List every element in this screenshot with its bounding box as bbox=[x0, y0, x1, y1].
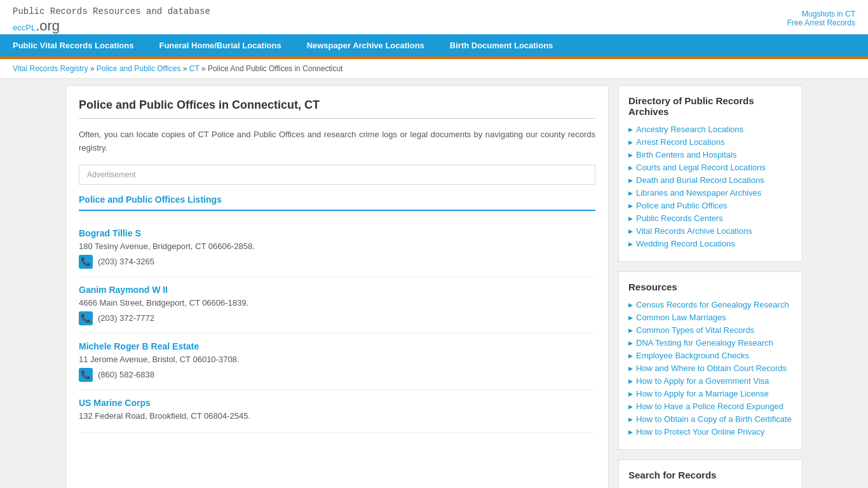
sidebar-res-link-6[interactable]: How to Apply for a Government Visa bbox=[636, 376, 769, 386]
listing-1: Bograd Tillie S 180 Tesiny Avenue, Bridg… bbox=[79, 220, 595, 277]
intro-text: Often, you can locate copies of CT Polic… bbox=[79, 128, 595, 155]
listings-title: Police and Public Offices Listings bbox=[79, 194, 595, 211]
sidebar-res-item-5: How and Where to Obtain Court Records bbox=[628, 363, 792, 373]
sidebar-dir-item-5: Libraries and Newspaper Archives bbox=[628, 188, 792, 198]
nav-funeral[interactable]: Funeral Home/Burial Locations bbox=[146, 34, 294, 57]
sidebar-dir-link-7[interactable]: Public Records Centers bbox=[636, 214, 723, 223]
listing-4-address: 132 Federal Road, Brookfield, CT 06804-2… bbox=[79, 411, 595, 421]
sidebar-resources-title: Resources bbox=[628, 281, 792, 292]
listing-3-name[interactable]: Michele Roger B Real Estate bbox=[79, 341, 595, 351]
logo: eccPL.org bbox=[13, 18, 210, 34]
sidebar-resources-list: Census Records for Genealogy Research Co… bbox=[628, 300, 792, 437]
sidebar: Directory of Public Records Archives Anc… bbox=[618, 85, 803, 488]
main-layout: Police and Public Offices in Connecticut… bbox=[59, 85, 809, 488]
header-right: Mugshots in CT Free Arrest Records bbox=[787, 10, 855, 27]
sidebar-dir-link-2[interactable]: Birth Centers and Hospitals bbox=[636, 150, 736, 159]
sidebar-directory-box: Directory of Public Records Archives Anc… bbox=[618, 85, 803, 262]
sidebar-dir-link-9[interactable]: Wedding Record Locations bbox=[636, 239, 735, 248]
sidebar-dir-item-3: Courts and Legal Record Locations bbox=[628, 163, 792, 172]
listing-2-phone-number: (203) 372-7772 bbox=[98, 313, 154, 323]
sidebar-res-item-7: How to Apply for a Marriage License bbox=[628, 389, 792, 398]
breadcrumb-vital[interactable]: Vital Records Registry bbox=[13, 64, 88, 73]
breadcrumb-police[interactable]: Police and Public Offices bbox=[97, 64, 181, 73]
ad-label: Advertisement bbox=[87, 170, 136, 179]
listing-2: Ganim Raymond W II 4666 Main Street, Bri… bbox=[79, 277, 595, 334]
sidebar-dir-link-6[interactable]: Police and Public Offices bbox=[636, 201, 728, 210]
breadcrumb: Vital Records Registry » Police and Publ… bbox=[0, 59, 868, 79]
sidebar-res-item-8: How to Have a Police Record Expunged bbox=[628, 402, 792, 411]
sidebar-resources-box: Resources Census Records for Genealogy R… bbox=[618, 271, 803, 450]
sidebar-res-item-1: Common Law Marriages bbox=[628, 313, 792, 322]
listing-4-name[interactable]: US Marine Corps bbox=[79, 398, 595, 408]
breadcrumb-current: Police And Public Offices in Connecticut bbox=[208, 64, 343, 73]
listing-2-phone-row: 📞 (203) 372-7772 bbox=[79, 311, 595, 325]
sidebar-res-item-6: How to Apply for a Government Visa bbox=[628, 376, 792, 386]
phone-icon-2: 📞 bbox=[79, 311, 93, 325]
listing-3-phone-row: 📞 (860) 582-6838 bbox=[79, 368, 595, 382]
listing-1-phone-number: (203) 374-3265 bbox=[98, 257, 154, 266]
sidebar-dir-item-2: Birth Centers and Hospitals bbox=[628, 150, 792, 159]
sidebar-dir-item-1: Arrest Record Locations bbox=[628, 137, 792, 147]
sidebar-search-box: Search for Records Information Found on … bbox=[618, 459, 803, 488]
listing-1-name[interactable]: Bograd Tillie S bbox=[79, 228, 595, 238]
content-area: Police and Public Offices in Connecticut… bbox=[65, 85, 609, 488]
listing-3-phone-number: (860) 582-6838 bbox=[98, 370, 154, 379]
sidebar-res-link-5[interactable]: How and Where to Obtain Court Records bbox=[636, 363, 787, 373]
logo-pl: PL bbox=[25, 23, 36, 32]
sidebar-res-link-4[interactable]: Employee Background Checks bbox=[636, 351, 749, 360]
sidebar-res-link-10[interactable]: How to Protect Your Online Privacy bbox=[636, 427, 764, 437]
mugshots-link[interactable]: Mugshots in CT bbox=[787, 10, 855, 18]
header: Public Records Resources and database ec… bbox=[0, 0, 868, 34]
sidebar-dir-link-0[interactable]: Ancestry Research Locations bbox=[636, 125, 743, 134]
phone-icon-1: 📞 bbox=[79, 255, 93, 269]
listing-1-phone-row: 📞 (203) 374-3265 bbox=[79, 255, 595, 269]
page-title: Police and Public Offices in Connecticut… bbox=[79, 98, 595, 119]
main-nav: Public Vital Records Locations Funeral H… bbox=[0, 34, 868, 57]
logo-area: Public Records Resources and database ec… bbox=[13, 6, 210, 34]
listing-4: US Marine Corps 132 Federal Road, Brookf… bbox=[79, 390, 595, 433]
sidebar-dir-item-4: Death and Burial Record Locations bbox=[628, 175, 792, 185]
logo-ecc: ecc bbox=[13, 23, 25, 32]
sidebar-dir-item-6: Police and Public Offices bbox=[628, 201, 792, 210]
sidebar-res-link-1[interactable]: Common Law Marriages bbox=[636, 313, 726, 322]
nav-newspaper[interactable]: Newspaper Archive Locations bbox=[294, 34, 437, 57]
sidebar-dir-item-8: Vital Records Archive Locations bbox=[628, 226, 792, 236]
listing-2-address: 4666 Main Street, Bridgeport, CT 06606-1… bbox=[79, 298, 595, 308]
listing-3-address: 11 Jerome Avenue, Bristol, CT 06010-3708… bbox=[79, 355, 595, 364]
sidebar-res-item-0: Census Records for Genealogy Research bbox=[628, 300, 792, 309]
listing-3: Michele Roger B Real Estate 11 Jerome Av… bbox=[79, 334, 595, 390]
sidebar-dir-link-4[interactable]: Death and Burial Record Locations bbox=[636, 175, 764, 185]
sidebar-res-link-0[interactable]: Census Records for Genealogy Research bbox=[636, 300, 789, 309]
sidebar-res-item-9: How to Obtain a Copy of a Birth Certific… bbox=[628, 414, 792, 424]
advertisement-box: Advertisement bbox=[79, 165, 595, 185]
sidebar-dir-item-0: Ancestry Research Locations bbox=[628, 125, 792, 134]
sidebar-dir-link-1[interactable]: Arrest Record Locations bbox=[636, 137, 724, 147]
arrest-link[interactable]: Free Arrest Records bbox=[787, 18, 855, 27]
sidebar-search-title: Search for Records bbox=[628, 470, 792, 480]
sidebar-dir-link-3[interactable]: Courts and Legal Record Locations bbox=[636, 163, 766, 172]
sidebar-res-link-7[interactable]: How to Apply for a Marriage License bbox=[636, 389, 769, 398]
sidebar-res-link-9[interactable]: How to Obtain a Copy of a Birth Certific… bbox=[636, 414, 792, 424]
sidebar-res-item-4: Employee Background Checks bbox=[628, 351, 792, 360]
phone-icon-3: 📞 bbox=[79, 368, 93, 382]
sidebar-res-item-2: Common Types of Vital Records bbox=[628, 325, 792, 335]
sidebar-res-link-3[interactable]: DNA Testing for Genealogy Research bbox=[636, 338, 773, 348]
sidebar-res-link-8[interactable]: How to Have a Police Record Expunged bbox=[636, 402, 783, 411]
logo-org: .org bbox=[36, 18, 60, 34]
sidebar-res-item-3: DNA Testing for Genealogy Research bbox=[628, 338, 792, 348]
nav-birth[interactable]: Birth Document Locations bbox=[437, 34, 566, 57]
sidebar-dir-link-5[interactable]: Libraries and Newspaper Archives bbox=[636, 188, 761, 198]
breadcrumb-ct[interactable]: CT bbox=[189, 64, 200, 73]
sidebar-directory-title: Directory of Public Records Archives bbox=[628, 95, 792, 117]
sidebar-dir-item-9: Wedding Record Locations bbox=[628, 239, 792, 248]
sidebar-directory-list: Ancestry Research Locations Arrest Recor… bbox=[628, 125, 792, 248]
sidebar-res-item-10: How to Protect Your Online Privacy bbox=[628, 427, 792, 437]
sidebar-res-link-2[interactable]: Common Types of Vital Records bbox=[636, 325, 754, 335]
sidebar-dir-link-8[interactable]: Vital Records Archive Locations bbox=[636, 226, 752, 236]
logo-tagline: Public Records Resources and database bbox=[13, 6, 210, 17]
sidebar-dir-item-7: Public Records Centers bbox=[628, 214, 792, 223]
listing-1-address: 180 Tesiny Avenue, Bridgeport, CT 06606-… bbox=[79, 241, 595, 251]
nav-vital-records[interactable]: Public Vital Records Locations bbox=[0, 34, 146, 57]
listing-2-name[interactable]: Ganim Raymond W II bbox=[79, 285, 595, 295]
